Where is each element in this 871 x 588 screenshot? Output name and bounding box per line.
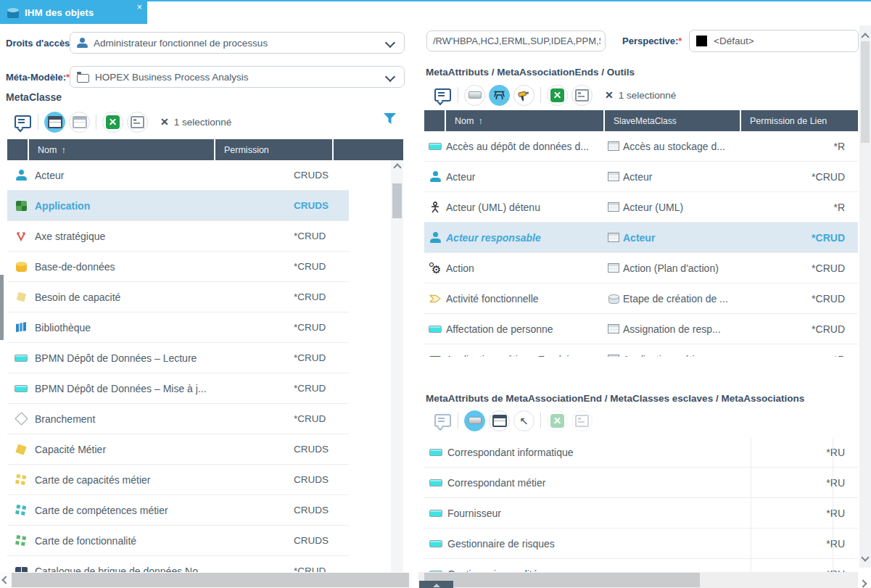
pill-icon[interactable] xyxy=(464,85,485,106)
table-row[interactable]: ⚙ActionAction (Plan d'action)*CRUD xyxy=(424,253,858,283)
scroll-up-icon[interactable] xyxy=(391,160,403,172)
trestle-icon[interactable] xyxy=(489,85,510,106)
header-cell-permission-lien[interactable]: Permission de Lien xyxy=(741,110,858,131)
table-row[interactable]: Affectation de personneAssignation de re… xyxy=(424,314,858,344)
row-name: Accès au dépôt de données d... xyxy=(446,141,604,152)
header-cell-nom[interactable]: Nom↑ xyxy=(446,110,603,131)
tab-ihm-des-objets[interactable]: IHM des objets × xyxy=(0,1,147,24)
comment-icon[interactable] xyxy=(433,85,452,106)
metaclass-horizontal-scrollbar[interactable] xyxy=(0,572,412,588)
table-row[interactable]: Carte de capacités métierCRUDS xyxy=(7,465,349,495)
table-row[interactable]: Bibliothèque*CRUD xyxy=(7,312,349,343)
report-icon[interactable] xyxy=(127,112,148,133)
comment-icon[interactable] xyxy=(13,112,32,133)
row-permission: *CRUD xyxy=(294,352,349,363)
table-row[interactable]: Catalogue de brique de données No*CRUD xyxy=(7,556,349,572)
scrollbar-thumb[interactable] xyxy=(12,573,409,587)
table-row[interactable]: ApplicationCRUDS xyxy=(7,191,349,221)
scroll-right-icon[interactable] xyxy=(860,576,866,588)
excel-icon[interactable] xyxy=(547,85,568,106)
table-row[interactable]: Activité fonctionnelleEtape de création … xyxy=(424,283,858,314)
attributes-horizontal-scrollbar[interactable] xyxy=(418,572,858,588)
scrollbar-thumb[interactable] xyxy=(861,41,870,143)
row-name: BPMN Dépôt de Données – Mise à j... xyxy=(35,383,294,394)
table-row[interactable]: BPMN Dépôt de Données – Lecture*CRUD xyxy=(7,343,349,373)
table-icon xyxy=(604,202,623,212)
row-slave-metaclass: Accès au stockage d... xyxy=(623,141,749,152)
row-name: Catalogue de brique de données No xyxy=(35,566,294,573)
table-row[interactable]: ActeurCRUDS xyxy=(7,160,349,191)
left-splitter-handle[interactable] xyxy=(0,275,4,340)
perspective-dropdown[interactable]: <Défaut> xyxy=(689,30,859,52)
rows-icon[interactable] xyxy=(489,410,510,431)
row-name: Axe stratégique xyxy=(35,231,294,242)
row-name: Carte de capacités métier xyxy=(35,474,294,486)
table-row[interactable]: Acteur responsableActeur*CRUD xyxy=(424,223,858,253)
list-item[interactable]: Gestionnaire de risques*RU xyxy=(424,529,858,559)
chevron-down-icon xyxy=(385,38,395,48)
arrow-nw-icon[interactable]: ↖ xyxy=(513,410,534,431)
access-rights-value: Administrateur fonctionnel de processus xyxy=(94,38,268,49)
table-row[interactable]: Axe stratégique*CRUD xyxy=(7,221,349,252)
bpmn-pill-icon xyxy=(7,355,35,362)
list-item[interactable]: Fournisseur*RU xyxy=(424,498,858,529)
row-permission: CRUDS xyxy=(294,444,349,455)
clear-selection-icon[interactable]: ✕ xyxy=(160,116,169,128)
report-icon[interactable] xyxy=(571,410,593,431)
list-item[interactable]: Correspondant informatique*RU xyxy=(424,437,858,468)
bpmn-pill-icon xyxy=(424,326,446,333)
access-rights-dropdown[interactable]: Administrateur fonctionnel de processus xyxy=(70,32,405,54)
table-row[interactable]: Acteur (UML) détenuActeur (UML)*R xyxy=(424,192,858,223)
scrollbar-thumb[interactable] xyxy=(424,573,700,587)
table-row[interactable]: Application métier – EmploiApplication m… xyxy=(424,344,858,357)
rows-icon[interactable] xyxy=(44,112,65,133)
column-divider xyxy=(833,437,833,572)
right-vertical-scrollbar[interactable] xyxy=(859,25,871,568)
table-row[interactable]: Branchement*CRUD xyxy=(7,404,349,434)
actor-icon xyxy=(424,232,446,243)
header-cell-permission[interactable]: Permission xyxy=(215,139,332,160)
excel-icon[interactable] xyxy=(547,410,568,431)
meta-model-dropdown[interactable]: HOPEX Business Process Analysis xyxy=(70,66,405,88)
excel-icon[interactable] xyxy=(102,112,123,133)
splitter-collapse-button[interactable] xyxy=(419,581,453,588)
row-name: Affectation de personne xyxy=(446,323,604,335)
chevron-up-icon xyxy=(433,584,440,587)
list-item[interactable]: Correspondant métier*RU xyxy=(424,468,858,498)
scrollbar-thumb[interactable] xyxy=(392,183,402,218)
scroll-down-icon[interactable] xyxy=(862,550,868,563)
table-row[interactable]: Accès au dépôt de données d...Accès au s… xyxy=(424,131,858,162)
table-row[interactable]: Capacité MétierCRUDS xyxy=(7,434,349,465)
table-row[interactable]: ActeurActeur*CRUD xyxy=(424,162,858,192)
scroll-left-icon[interactable] xyxy=(0,577,12,583)
table-row[interactable]: BPMN Dépôt de Données – Mise à j...*CRUD xyxy=(7,373,349,404)
drill-icon[interactable] xyxy=(513,85,534,106)
attributes-toolbar: ✕1 selectionné xyxy=(433,83,676,107)
table-row[interactable]: Besoin de capacité*CRUD xyxy=(7,282,349,312)
table-row[interactable]: Base-de-données*CRUD xyxy=(7,252,349,282)
perspective-value: <Défaut> xyxy=(714,36,754,46)
header-cell-nom[interactable]: Nom↑ xyxy=(29,139,214,160)
list-item[interactable]: Gestionnaire qualité*RU xyxy=(424,559,858,572)
report-icon[interactable] xyxy=(571,85,593,106)
associations-body: Correspondant informatique*RUCorresponda… xyxy=(424,437,858,572)
close-icon[interactable]: × xyxy=(136,1,142,12)
row-permission: *CRUD xyxy=(749,293,858,305)
header-cell-slavemetaclass[interactable]: SlaveMetaClass xyxy=(605,110,740,131)
row-permission: *CRUD xyxy=(749,171,858,183)
table-row[interactable]: Carte de compétences métierCRUDS xyxy=(7,495,349,526)
comment-icon[interactable] xyxy=(433,410,452,431)
table-row[interactable]: Carte de fonctionnalitéCRUDS xyxy=(7,526,349,556)
pill-icon[interactable] xyxy=(464,410,485,431)
row-permission: *R xyxy=(749,202,858,213)
metaclass-vertical-scrollbar[interactable] xyxy=(391,160,403,572)
clear-selection-icon[interactable]: ✕ xyxy=(605,89,614,101)
filter-icon[interactable] xyxy=(383,112,397,125)
row-permission: *RU xyxy=(758,447,858,458)
sort-asc-icon: ↑ xyxy=(61,144,66,155)
metamodel-filter-input[interactable] xyxy=(426,30,606,51)
rows-light-icon[interactable] xyxy=(69,112,90,133)
toolbar-separator xyxy=(96,114,96,130)
row-slave-metaclass: Action (Plan d'action) xyxy=(623,262,749,274)
row-permission: *RU xyxy=(758,508,858,519)
